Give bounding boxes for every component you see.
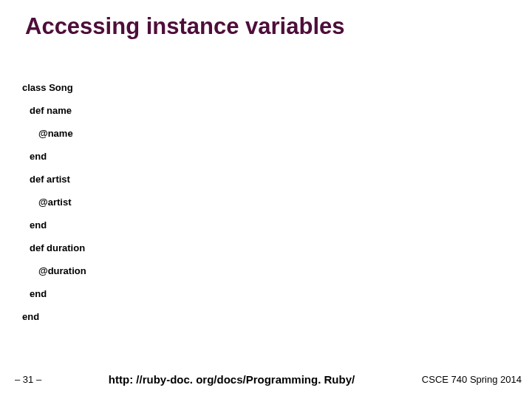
code-line: end: [22, 151, 532, 161]
code-line: end: [22, 289, 532, 299]
code-line: @name: [22, 129, 532, 138]
code-block: class Song def name @name end def artist…: [0, 40, 532, 321]
footer-link: http: //ruby-doc. org/docs/Programming. …: [41, 373, 422, 386]
page-number: – 31 –: [15, 374, 41, 385]
code-line: @artist: [22, 197, 532, 207]
footer: – 31 – http: //ruby-doc. org/docs/Progra…: [0, 373, 532, 386]
code-line: class Song: [22, 83, 532, 92]
slide-title: Accessing instance variables: [0, 0, 532, 40]
course-label: CSCE 740 Spring 2014: [422, 374, 522, 385]
code-line: end: [22, 220, 532, 230]
code-line: def name: [22, 106, 532, 115]
code-line: def duration: [22, 243, 532, 253]
code-line: @duration: [22, 266, 532, 276]
code-line: end: [22, 312, 532, 321]
code-line: def artist: [22, 174, 532, 184]
